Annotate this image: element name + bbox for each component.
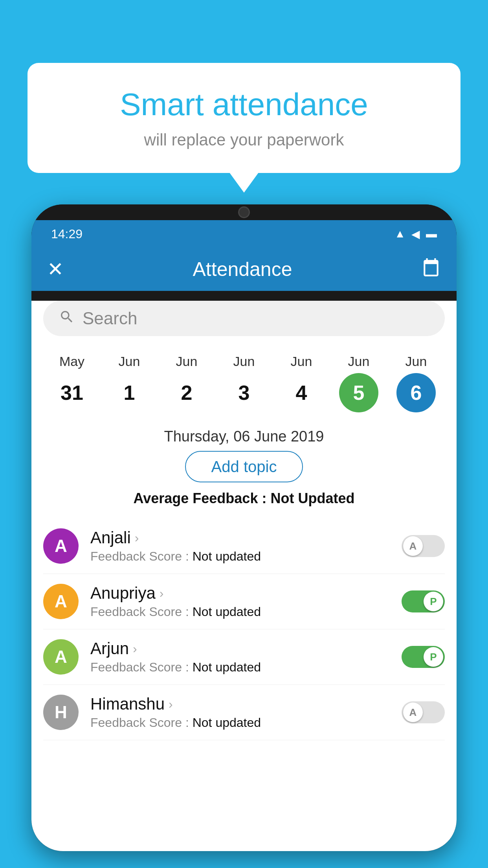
close-button[interactable]: ✕	[47, 258, 64, 281]
battery-icon: ▬	[426, 228, 437, 240]
date-month: Jun	[176, 354, 198, 369]
speech-bubble: Smart attendance will replace your paper…	[28, 63, 460, 173]
student-name[interactable]: Anjali ›	[90, 528, 390, 547]
average-feedback: Average Feedback : Not Updated	[31, 490, 457, 507]
status-bar: 14:29 ▲ ◀ ▬	[31, 220, 457, 248]
date-month: Jun	[405, 354, 427, 369]
toggle-knob: P	[424, 592, 443, 611]
attendance-toggle[interactable]: A	[402, 535, 445, 557]
date-number[interactable]: 4	[282, 373, 321, 412]
student-avatar: A	[43, 584, 79, 619]
student-avatar: H	[43, 695, 79, 730]
student-name[interactable]: Arjun ›	[90, 639, 390, 658]
student-name[interactable]: Anupriya ›	[90, 584, 390, 603]
toggle-off[interactable]: A	[402, 535, 445, 557]
student-info: Himanshu ›Feedback Score : Not updated	[90, 695, 390, 730]
date-month: Jun	[291, 354, 312, 369]
status-icons: ▲ ◀ ▬	[394, 228, 437, 241]
screen-title: Attendance	[193, 258, 292, 281]
toggle-knob: A	[403, 702, 423, 722]
toggle-knob: P	[424, 647, 443, 667]
date-item[interactable]: Jun4	[282, 354, 321, 412]
bubble-subtitle: will replace your paperwork	[59, 131, 429, 149]
student-avatar: A	[43, 528, 79, 564]
date-number[interactable]: 1	[110, 373, 149, 412]
toggle-on[interactable]: P	[402, 646, 445, 668]
date-month: Jun	[119, 354, 140, 369]
student-item: AAnupriya ›Feedback Score : Not updatedP	[43, 574, 445, 629]
date-month: Jun	[233, 354, 255, 369]
toggle-on[interactable]: P	[402, 590, 445, 612]
search-placeholder: Search	[83, 309, 137, 328]
chevron-right-icon: ›	[169, 697, 173, 712]
date-number[interactable]: 31	[52, 373, 92, 412]
student-item: AAnjali ›Feedback Score : Not updatedA	[43, 519, 445, 574]
bubble-title: Smart attendance	[59, 86, 429, 123]
toggle-knob: A	[403, 536, 423, 556]
feedback-value: Not updated	[193, 715, 261, 730]
feedback-value: Not updated	[193, 549, 261, 563]
student-item: AArjun ›Feedback Score : Not updatedP	[43, 629, 445, 685]
student-info: Arjun ›Feedback Score : Not updated	[90, 639, 390, 675]
date-number[interactable]: 6	[396, 373, 436, 412]
toggle-off[interactable]: A	[402, 701, 445, 723]
attendance-toggle[interactable]: P	[402, 590, 445, 612]
calendar-icon[interactable]	[421, 257, 441, 281]
student-name[interactable]: Himanshu ›	[90, 695, 390, 714]
chevron-right-icon: ›	[135, 531, 139, 545]
date-item[interactable]: Jun3	[224, 354, 264, 412]
date-item[interactable]: Jun2	[167, 354, 206, 412]
student-item: HHimanshu ›Feedback Score : Not updatedA	[43, 685, 445, 740]
student-info: Anjali ›Feedback Score : Not updated	[90, 528, 390, 564]
feedback-value: Not updated	[193, 660, 261, 674]
speech-bubble-container: Smart attendance will replace your paper…	[28, 63, 460, 173]
date-month: Jun	[348, 354, 370, 369]
attendance-toggle[interactable]: P	[402, 646, 445, 668]
avg-feedback-label: Average Feedback :	[134, 490, 267, 506]
student-feedback-score: Feedback Score : Not updated	[90, 605, 390, 619]
date-item[interactable]: May31	[52, 354, 92, 412]
date-item[interactable]: Jun6	[396, 354, 436, 412]
student-list: AAnjali ›Feedback Score : Not updatedAAA…	[31, 519, 457, 740]
date-month: May	[59, 354, 84, 369]
chevron-right-icon: ›	[160, 586, 164, 601]
date-number[interactable]: 3	[224, 373, 264, 412]
student-feedback-score: Feedback Score : Not updated	[90, 660, 390, 675]
student-feedback-score: Feedback Score : Not updated	[90, 549, 390, 564]
student-feedback-score: Feedback Score : Not updated	[90, 715, 390, 730]
attendance-toggle[interactable]: A	[402, 701, 445, 723]
phone: 14:29 ▲ ◀ ▬ ✕ Attendance	[31, 204, 457, 851]
camera-dot	[238, 206, 250, 218]
status-time: 14:29	[51, 227, 83, 241]
wifi-icon: ▲	[394, 228, 405, 240]
chevron-right-icon: ›	[133, 642, 137, 656]
student-avatar: A	[43, 639, 79, 675]
screen-content: Search May31Jun1Jun2Jun3Jun4Jun5Jun6 Thu…	[31, 301, 457, 851]
app-header: ✕ Attendance	[31, 248, 457, 291]
signal-icon: ◀	[411, 228, 420, 241]
phone-top-bar	[31, 204, 457, 220]
phone-container: 14:29 ▲ ◀ ▬ ✕ Attendance	[31, 204, 457, 868]
date-number[interactable]: 2	[167, 373, 206, 412]
date-item[interactable]: Jun5	[339, 354, 378, 412]
date-number[interactable]: 5	[339, 373, 378, 412]
search-bar[interactable]: Search	[43, 301, 445, 336]
date-selector: May31Jun1Jun2Jun3Jun4Jun5Jun6	[31, 346, 457, 420]
avg-feedback-value: Not Updated	[270, 490, 354, 506]
add-topic-button[interactable]: Add topic	[185, 451, 303, 482]
student-info: Anupriya ›Feedback Score : Not updated	[90, 584, 390, 619]
search-icon	[59, 309, 75, 328]
date-item[interactable]: Jun1	[110, 354, 149, 412]
feedback-value: Not updated	[193, 605, 261, 619]
selected-date-label: Thursday, 06 June 2019	[31, 428, 457, 445]
